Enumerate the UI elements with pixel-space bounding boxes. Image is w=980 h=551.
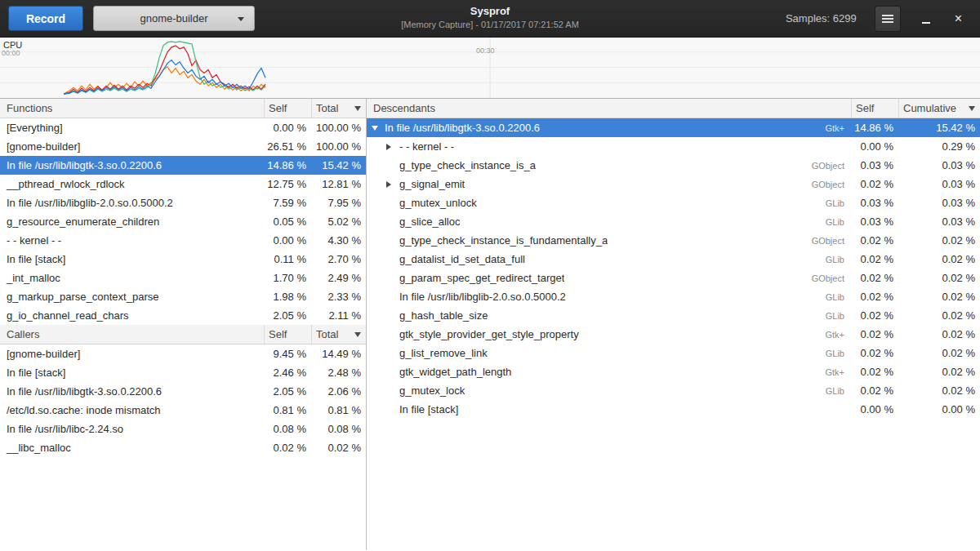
callers-table-body: [gnome-builder]9.45 %14.49 %In file [sta… — [0, 344, 366, 457]
table-row[interactable]: g_mutex_lockGLib0.02 %0.02 % — [367, 381, 980, 400]
self-value: 12.75 % — [264, 178, 311, 190]
function-name: In file /usr/lib/libc-2.24.so — [0, 423, 264, 435]
table-row[interactable]: [gnome-builder]26.51 %100.00 % — [0, 137, 366, 156]
record-button[interactable]: Record — [8, 6, 83, 31]
table-row[interactable]: - - kernel - -0.00 %0.29 % — [367, 137, 980, 156]
total-value: 0.08 % — [311, 423, 366, 435]
sort-arrow-icon — [969, 106, 975, 111]
tree-cell: g_datalist_id_set_data_full — [367, 253, 826, 265]
table-row[interactable]: - - kernel - -0.00 %4.30 % — [0, 231, 366, 250]
expander-icon[interactable] — [386, 144, 399, 150]
table-row[interactable]: In file [stack]2.46 %2.48 % — [0, 363, 366, 382]
total-value: 4.30 % — [311, 234, 366, 247]
cumulative-column-header[interactable]: Cumulative — [898, 99, 980, 118]
descendants-table-body: In file /usr/lib/libgtk-3.so.0.2200.6Gtk… — [367, 118, 980, 419]
cpu-graph[interactable]: CPU 00:00 00:30 — [0, 38, 980, 99]
self-value: 0.00 % — [851, 403, 898, 415]
self-value: 0.02 % — [851, 234, 898, 247]
table-row[interactable]: _int_malloc1.70 %2.49 % — [0, 269, 366, 287]
self-value: 26.51 % — [264, 140, 311, 153]
self-value: 2.05 % — [264, 385, 311, 398]
function-name: In file /usr/lib/libgtk-3.so.0.2200.6 — [385, 122, 540, 134]
table-row[interactable]: In file /usr/lib/libgtk-3.so.0.2200.62.0… — [0, 382, 366, 401]
descendants-column-header[interactable]: Descendants — [367, 99, 851, 118]
expander-icon[interactable] — [372, 126, 385, 131]
table-row[interactable]: In file /usr/lib/libglib-2.0.so.0.5000.2… — [0, 193, 366, 212]
callers-panel: Callers Self Total [gnome-builder]9.45 %… — [0, 325, 366, 457]
process-selector-dropdown[interactable]: gnome-builder — [93, 6, 255, 31]
table-row[interactable]: [gnome-builder]9.45 %14.49 % — [0, 344, 366, 363]
table-row[interactable]: g_param_spec_get_redirect_targetGObject0… — [367, 269, 980, 287]
expander-icon[interactable] — [386, 181, 399, 188]
table-row[interactable]: g_markup_parse_context_parse1.98 %2.33 % — [0, 287, 366, 306]
total-column-header[interactable]: Total — [311, 99, 366, 118]
table-row[interactable]: g_list_remove_linkGLib0.02 %0.02 % — [367, 344, 980, 362]
table-row[interactable]: In file /usr/lib/libglib-2.0.so.0.5000.2… — [367, 287, 980, 306]
function-name: g_resource_enumerate_children — [0, 216, 264, 228]
function-name: gtk_style_provider_get_style_property — [399, 328, 579, 340]
cpu-orange-line — [64, 67, 265, 95]
table-row[interactable]: In file /usr/lib/libgtk-3.so.0.2200.614.… — [0, 156, 366, 175]
table-row[interactable]: g_type_check_instance_is_fundamentally_a… — [367, 231, 980, 250]
function-name: g_slice_alloc — [399, 216, 460, 228]
self-value: 0.00 % — [264, 122, 311, 134]
table-row[interactable]: In file /usr/lib/libgtk-3.so.0.2200.6Gtk… — [367, 118, 980, 137]
table-row[interactable]: g_signal_emitGObject0.02 %0.03 % — [367, 175, 980, 193]
library-tag: GLib — [826, 255, 851, 264]
table-row[interactable]: gtk_style_provider_get_style_propertyGtk… — [367, 325, 980, 344]
tree-cell: g_type_check_instance_is_a — [367, 159, 812, 171]
table-row[interactable]: In file [stack]0.00 %0.00 % — [367, 400, 980, 419]
tree-cell: g_mutex_lock — [367, 384, 826, 397]
table-row[interactable]: __pthread_rwlock_rdlock12.75 %12.81 % — [0, 175, 366, 193]
self-column-header[interactable]: Self — [264, 325, 311, 344]
total-column-header[interactable]: Total — [311, 325, 366, 344]
function-name: g_datalist_id_set_data_full — [399, 253, 525, 265]
table-row[interactable]: g_slice_allocGLib0.03 %0.03 % — [367, 212, 980, 231]
function-name: _int_malloc — [0, 272, 264, 284]
self-value: 0.81 % — [264, 404, 311, 416]
function-name: g_mutex_unlock — [399, 197, 477, 209]
table-row[interactable]: g_hash_table_sizeGLib0.02 %0.02 % — [367, 306, 980, 325]
table-row[interactable]: /etc/ld.so.cache: inode mismatch0.81 %0.… — [0, 401, 366, 420]
minimize-button[interactable] — [917, 12, 935, 25]
tree-cell: g_list_remove_link — [367, 347, 826, 359]
table-row[interactable]: __libc_malloc0.02 %0.02 % — [0, 438, 366, 457]
function-name: g_param_spec_get_redirect_target — [399, 272, 564, 284]
function-name: In file /usr/lib/libglib-2.0.so.0.5000.2 — [399, 291, 566, 303]
table-row[interactable]: g_io_channel_read_chars2.05 %2.11 % — [0, 306, 366, 325]
function-name: __pthread_rwlock_rdlock — [0, 178, 264, 190]
self-value: 0.02 % — [264, 442, 311, 454]
table-row[interactable]: g_mutex_unlockGLib0.03 %0.03 % — [367, 193, 980, 212]
library-tag: GObject — [812, 180, 851, 189]
self-value: 0.02 % — [851, 272, 898, 284]
total-value: 7.95 % — [311, 197, 366, 209]
process-selector-value: gnome-builder — [140, 12, 207, 24]
self-value: 0.02 % — [851, 253, 898, 265]
table-row[interactable]: g_type_check_instance_is_aGObject0.03 %0… — [367, 156, 980, 175]
cumulative-value: 0.02 % — [898, 253, 980, 265]
close-button[interactable]: × — [950, 11, 967, 27]
self-column-header[interactable]: Self — [851, 99, 898, 118]
self-column-header[interactable]: Self — [264, 99, 311, 118]
self-value: 0.03 % — [851, 159, 898, 171]
table-row[interactable]: In file /usr/lib/libc-2.24.so0.08 %0.08 … — [0, 420, 366, 438]
table-row[interactable]: gtk_widget_path_lengthGtk+0.02 %0.02 % — [367, 362, 980, 381]
menu-button[interactable] — [875, 6, 901, 32]
library-tag: GLib — [826, 311, 851, 321]
self-value: 14.86 % — [851, 122, 898, 134]
samples-count: Samples: 6299 — [786, 12, 857, 24]
functions-column-header[interactable]: Functions — [0, 99, 264, 118]
table-row[interactable]: In file [stack]0.11 %2.70 % — [0, 250, 366, 269]
tree-cell: g_param_spec_get_redirect_target — [367, 272, 812, 284]
tree-cell: gtk_widget_path_length — [367, 366, 825, 378]
self-value: 7.59 % — [264, 197, 311, 209]
callers-column-header[interactable]: Callers — [0, 325, 264, 344]
table-row[interactable]: g_resource_enumerate_children0.05 %5.02 … — [0, 212, 366, 231]
total-value: 12.81 % — [311, 178, 366, 190]
table-row[interactable]: g_datalist_id_set_data_fullGLib0.02 %0.0… — [367, 250, 980, 269]
table-row[interactable]: [Everything]0.00 %100.00 % — [0, 118, 366, 137]
cumulative-value: 0.00 % — [898, 403, 980, 415]
function-name: /etc/ld.so.cache: inode mismatch — [0, 404, 264, 416]
library-tag: GLib — [826, 198, 851, 208]
function-name: - - kernel - - — [0, 234, 264, 247]
